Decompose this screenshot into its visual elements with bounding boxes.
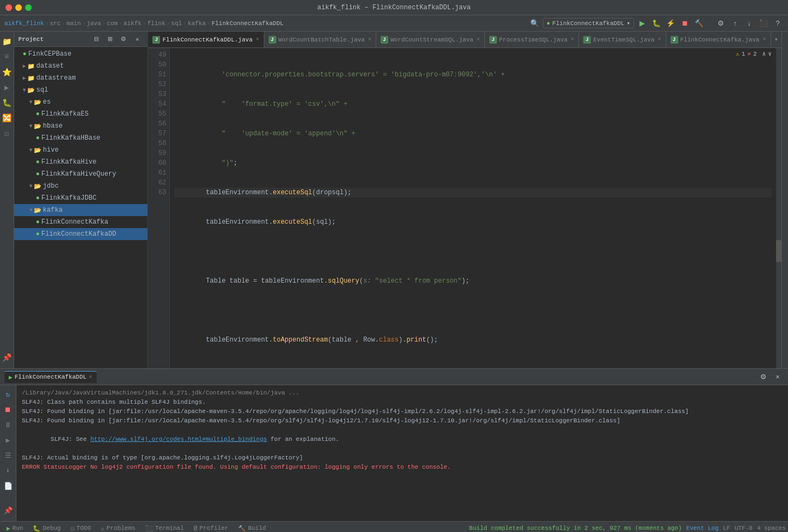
traffic-lights [5, 4, 32, 11]
project-panel: Project ⊟ ⊞ ⚙ × ● FinkCEPBase ▶ 📁 datase… [14, 32, 149, 368]
tree-item-finkcepbase[interactable]: ● FinkCEPBase [14, 48, 148, 60]
folder-icon: 📁 [27, 75, 35, 82]
tab-close-button[interactable]: × [763, 37, 766, 43]
code-line-59 [174, 364, 772, 368]
tab-flink-connect-kafka-ddl[interactable]: J FlinkConnectKafkaDDL.java × [148, 32, 264, 48]
tab-eventtime[interactable]: J EventTimeSQL.java × [579, 32, 666, 48]
code-content[interactable]: 'connector.properties.bootstrap.servers'… [170, 48, 776, 368]
minimize-button[interactable] [15, 4, 22, 11]
tab-wordcount-stream[interactable]: J WordCountStreamSQL.java × [376, 32, 485, 48]
terminal-footer-icon: ⬛ [145, 525, 153, 532]
line-sep-status[interactable]: LF [723, 525, 730, 531]
vcs-button[interactable]: ↑ [729, 17, 741, 29]
slf4j-link[interactable]: http://www.slf4j.org/codes.html#multiple… [90, 436, 266, 443]
footer-tab-run[interactable]: ▶ Run [2, 524, 27, 533]
favorites-icon[interactable]: ⭐ [0, 65, 13, 79]
tab-close-button[interactable]: × [368, 37, 371, 43]
folder-icon: 📂 [34, 99, 42, 106]
close-button[interactable] [5, 4, 12, 11]
footer-tab-problems[interactable]: ⚠ Problems [96, 524, 139, 533]
run-with-coverage-button[interactable]: ⚡ [665, 17, 677, 29]
pause-button[interactable]: ⏸ [2, 419, 14, 431]
scroll-to-end-button[interactable]: ⬇ [2, 465, 14, 477]
run-tab-icon: ▶ [9, 374, 13, 381]
update-button[interactable]: ↓ [743, 17, 755, 29]
project-icon[interactable]: 📁 [0, 35, 13, 48]
todo-footer-icon: ☑ [70, 525, 74, 532]
debug-icon[interactable]: 🐛 [0, 96, 13, 109]
search-everywhere-button[interactable]: 🔍 [529, 17, 541, 29]
encoding-status[interactable]: UTF-8 [734, 525, 753, 531]
tab-wordcount-batch[interactable]: J WordCountBatchTable.java × [264, 32, 376, 48]
code-editor: 49 50 51 52 53 54 55 56 57 58 59 60 61 6… [148, 48, 781, 368]
tree-item-jdbc[interactable]: ▼ 📂 jdbc [14, 180, 148, 192]
tree-item-dataset[interactable]: ▶ 📁 dataset [14, 60, 148, 72]
tab-flink-connect-kafka[interactable]: J FlinkConnectKafka.java × [666, 32, 771, 48]
project-settings-button[interactable]: ⚙ [117, 33, 129, 45]
tree-item-flinkkafkajdbc[interactable]: ● FlinkKafkaJDBC [14, 192, 148, 204]
tab-close-button[interactable]: × [477, 37, 480, 43]
scrollbar[interactable] [776, 48, 781, 368]
structure-side-panel [781, 32, 788, 368]
tree-item-kafka[interactable]: ▼ 📂 kafka [14, 204, 148, 216]
footer-tab-terminal[interactable]: ⬛ Terminal [141, 524, 188, 533]
event-log-link[interactable]: Event Log [686, 525, 719, 531]
run-panel-tabs: ▶ FlinkConnectKafkaDDL × ⚙ × [0, 369, 788, 385]
tree-item-flinkkafkahive[interactable]: ● FlinkKafkaHive [14, 156, 148, 168]
filter-output-button[interactable]: ☰ [2, 450, 14, 462]
tree-item-flinkkafkaes[interactable]: ● FlinkKafkaES [14, 108, 148, 120]
pin-output-button[interactable]: 📌 [2, 505, 14, 517]
pin-icon[interactable]: 📌 [0, 351, 13, 364]
terminal-button[interactable]: ⬛ [757, 17, 769, 29]
run-tab-close-button[interactable]: × [89, 374, 92, 380]
scroll-indicator[interactable] [776, 240, 781, 262]
tree-item-es[interactable]: ▼ 📂 es [14, 96, 148, 108]
vcs-icon[interactable]: 🔀 [0, 111, 13, 124]
java-file-icon: ● [36, 134, 40, 142]
folder-icon: 📁 [27, 63, 35, 70]
structure-icon[interactable]: ≡ [0, 50, 13, 63]
run-config-dropdown[interactable]: ● FlinkConnectKafkaDDL ▾ [543, 18, 634, 28]
tab-close-button[interactable]: × [256, 37, 259, 43]
tree-arrow-icon: ▶ [23, 75, 26, 81]
tabs-overflow[interactable]: ▾ [771, 35, 781, 44]
tab-close-button[interactable]: × [571, 37, 574, 43]
project-expand-button[interactable]: ⊞ [104, 33, 116, 45]
tree-item-sql[interactable]: ▼ 📂 sql [14, 84, 148, 96]
project-close-button[interactable]: × [131, 33, 143, 45]
spaces-status[interactable]: 4 spaces [757, 525, 786, 531]
run-panel-settings-button[interactable]: ⚙ [757, 371, 769, 383]
tree-item-flinkconnectkafka[interactable]: ● FlinkConnectKafka [14, 216, 148, 228]
stop-button[interactable]: ⏹ [679, 17, 691, 29]
tree-item-flinkkafkahivequery[interactable]: ● FlinkKafkaHiveQuery [14, 168, 148, 180]
breadcrumb-project[interactable]: aikfk_flink [4, 20, 44, 27]
tab-processtime[interactable]: J ProcessTimeSQL.java × [485, 32, 579, 48]
run-button[interactable]: ▶ [636, 17, 648, 29]
tree-item-flinkconnectkafkadd[interactable]: ● FlinkConnectKafkaDD [14, 228, 148, 240]
debug-button[interactable]: 🐛 [650, 17, 662, 29]
run-panel-actions: ⚙ × [757, 371, 784, 383]
build-button[interactable]: 🔨 [693, 17, 705, 29]
stop-button[interactable]: ⏹ [2, 404, 14, 416]
project-collapse-all-button[interactable]: ⊟ [90, 33, 102, 45]
settings-button[interactable]: ⚙ [715, 17, 727, 29]
help-button[interactable]: ? [772, 17, 784, 29]
tree-item-hive[interactable]: ▼ 📂 hive [14, 144, 148, 156]
run-panel-close-button[interactable]: × [772, 371, 784, 383]
footer-tab-build[interactable]: 🔨 Build [234, 524, 270, 533]
print-button[interactable]: 📄 [2, 480, 14, 492]
breadcrumb: aikfk_flink › src › main › java › com › … [4, 20, 283, 27]
footer-tab-profiler[interactable]: @ Profiler [189, 524, 233, 532]
footer-tab-todo[interactable]: ☑ TODO [66, 524, 95, 533]
run-panel-tab-flinkconnect[interactable]: ▶ FlinkConnectKafkaDDL × [4, 371, 97, 383]
tree-item-datastream[interactable]: ▶ 📁 datastream [14, 72, 148, 84]
footer-tab-debug[interactable]: 🐛 Debug [28, 524, 65, 533]
tree-item-flinkkafkahbase[interactable]: ● FlinkKafkaHBase [14, 132, 148, 144]
tab-close-button[interactable]: × [657, 37, 661, 43]
resume-button[interactable]: ▶ [2, 434, 14, 446]
maximize-button[interactable] [25, 4, 32, 11]
run-icon[interactable]: ▶ [0, 81, 13, 94]
todo-icon[interactable]: ☑ [0, 127, 13, 140]
tree-item-hbase[interactable]: ▼ 📂 hbase [14, 120, 148, 132]
restart-button[interactable]: ↻ [2, 388, 14, 401]
